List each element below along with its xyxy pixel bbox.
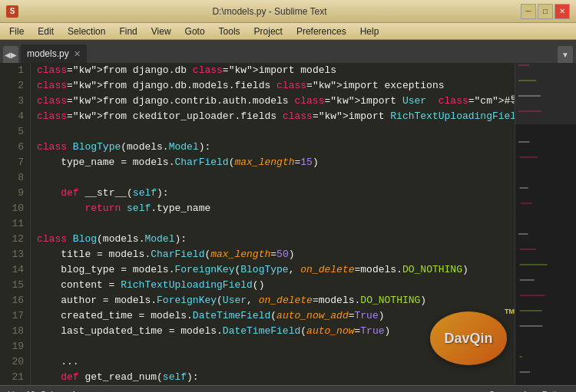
cursor-position: Line 19, Column 1 — [8, 390, 489, 393]
line-number: 10 — [0, 201, 30, 216]
code-line — [37, 124, 508, 140]
line-number: 1 — [0, 63, 30, 78]
line-number: 3 — [0, 94, 30, 109]
code-line: class="kw">from django.db.models.fields … — [37, 78, 508, 94]
menu-item-project[interactable]: Project — [248, 25, 289, 38]
line-number: 13 — [0, 247, 30, 262]
line-number: 7 — [0, 155, 30, 170]
maximize-button[interactable]: □ — [538, 4, 553, 19]
code-line — [37, 339, 508, 354]
close-button[interactable]: ✕ — [554, 4, 570, 19]
menu-item-file[interactable]: File — [3, 25, 30, 38]
line-numbers: 123456789101112131415161718192021 — [0, 63, 31, 385]
menu-item-tools[interactable]: Tools — [213, 25, 247, 38]
tab-bar: ◀▶ models.py ✕ ▼ — [0, 40, 576, 63]
window-controls: ─ □ ✕ — [521, 4, 570, 19]
menu-item-find[interactable]: Find — [113, 25, 143, 38]
menu-item-view[interactable]: View — [145, 25, 177, 38]
code-line: type_name = models.CharField(max_length=… — [37, 155, 508, 170]
code-line: def __str__(self): — [37, 186, 508, 201]
line-number: 19 — [0, 339, 30, 354]
tab-nav-left[interactable]: ◀▶ — [3, 46, 18, 63]
line-number: 4 — [0, 109, 30, 124]
menu-item-edit[interactable]: Edit — [31, 25, 60, 38]
minimap-viewport — [515, 63, 576, 124]
line-number: 9 — [0, 186, 30, 201]
code-line: title = models.CharField(max_length=50) — [37, 247, 508, 262]
menu-bar: FileEditSelectionFindViewGotoToolsProjec… — [0, 23, 576, 40]
title-bar: S D:\models.py - Sublime Text ─ □ ✕ — [0, 0, 576, 23]
code-line: class BlogType(models.Model): — [37, 140, 508, 155]
line-number: 12 — [0, 232, 30, 247]
line-number: 18 — [0, 324, 30, 339]
code-line — [37, 170, 508, 186]
minimize-button[interactable]: ─ — [521, 4, 536, 19]
line-number: 17 — [0, 308, 30, 324]
line-number: 15 — [0, 278, 30, 293]
app-icon: S — [6, 5, 18, 18]
line-number: 6 — [0, 140, 30, 155]
code-line: created_time = models.DateTimeField(auto… — [37, 308, 508, 324]
tab-dropdown[interactable]: ▼ — [558, 46, 573, 63]
window-title: D:\models.py - Sublime Text — [18, 6, 521, 17]
line-number: 8 — [0, 170, 30, 186]
line-number: 5 — [0, 124, 30, 140]
code-line: class Blog(models.Model): — [37, 232, 508, 247]
code-line: return self.type_name — [37, 201, 508, 216]
menu-item-goto[interactable]: Goto — [179, 25, 211, 38]
tab-label: models.py — [27, 48, 69, 59]
minimap[interactable] — [515, 63, 576, 385]
line-number: 20 — [0, 354, 30, 370]
code-line: content = RichTextUploadingField() — [37, 278, 508, 293]
code-line: ... — [37, 354, 508, 370]
menu-item-help[interactable]: Help — [354, 25, 386, 38]
menu-item-selection[interactable]: Selection — [61, 25, 111, 38]
status-bar: Line 19, Column 1 Spaces: 4 Python — [0, 385, 576, 392]
code-line: def get_read_num(self): — [37, 370, 508, 385]
line-number: 14 — [0, 262, 30, 278]
code-line — [37, 216, 508, 232]
code-line: blog_type = models.ForeignKey(BlogType, … — [37, 262, 508, 278]
tab-close-icon[interactable]: ✕ — [74, 49, 81, 59]
menu-item-preferences[interactable]: Preferences — [290, 25, 353, 38]
line-number: 21 — [0, 370, 30, 385]
code-line: class="kw">from django.contrib.auth.mode… — [37, 94, 508, 109]
code-area[interactable]: class="kw">from django.db class="kw">imp… — [31, 63, 515, 385]
tab-models-py[interactable]: models.py ✕ — [21, 44, 87, 63]
code-line: class="kw">from django.db class="kw">imp… — [37, 63, 508, 78]
indentation-info: Spaces: 4 — [489, 390, 527, 393]
code-line: author = models.ForeignKey(User, on_dele… — [37, 293, 508, 308]
line-number: 2 — [0, 78, 30, 94]
editor: 123456789101112131415161718192021 class=… — [0, 63, 576, 385]
code-line: class="kw">from ckeditor_uploader.fields… — [37, 109, 508, 124]
line-number: 11 — [0, 216, 30, 232]
language-mode: Python — [542, 390, 568, 393]
line-number: 16 — [0, 293, 30, 308]
code-line: last_updated_time = models.DateTimeField… — [37, 324, 508, 339]
